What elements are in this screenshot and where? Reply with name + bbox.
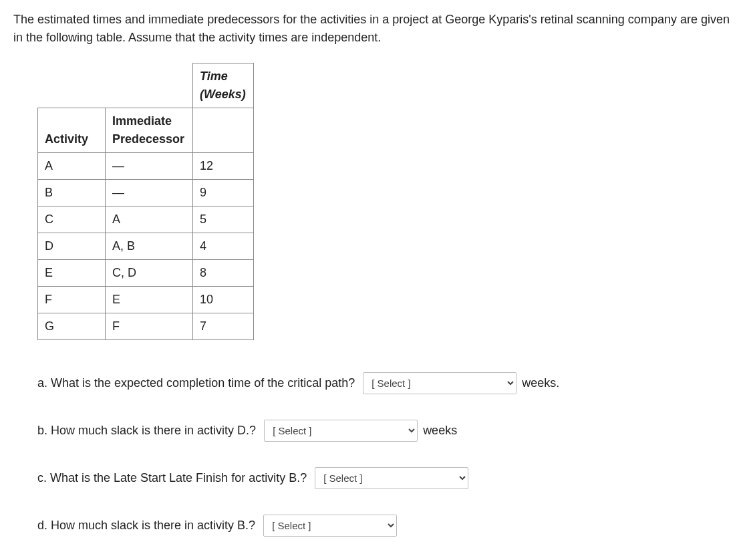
question-c: c. What is the Late Start Late Finish fo… [37, 467, 732, 489]
cell-activity: G [38, 313, 106, 340]
cell-time: 12 [193, 153, 254, 180]
cell-time: 5 [193, 206, 254, 233]
table-row: B — 9 [38, 180, 254, 206]
cell-time: 8 [193, 260, 254, 287]
question-text: a. What is the expected completion time … [37, 374, 355, 392]
activity-table: Time (Weeks) Activity Immediate Predeces… [37, 63, 254, 340]
cell-activity: A [38, 153, 106, 180]
select-d[interactable]: [ Select ] [263, 515, 397, 537]
cell-predecessor: A [106, 206, 193, 233]
suffix-text: weeks. [522, 374, 559, 392]
table-row: G F 7 [38, 313, 254, 340]
question-d: d. How much slack is there in activity B… [37, 515, 732, 537]
cell-time: 7 [193, 313, 254, 340]
cell-activity: D [38, 233, 106, 260]
cell-activity: B [38, 180, 106, 206]
table-row: A — 12 [38, 153, 254, 180]
table-row: D A, B 4 [38, 233, 254, 260]
question-text: d. How much slack is there in activity B… [37, 517, 255, 535]
header-time: Time (Weeks) [193, 63, 254, 108]
question-text: b. How much slack is there in activity D… [37, 422, 256, 440]
question-b: b. How much slack is there in activity D… [37, 420, 732, 442]
cell-time: 9 [193, 180, 254, 206]
header-predecessor: Immediate Predecessor [106, 108, 193, 153]
question-a: a. What is the expected completion time … [37, 372, 732, 394]
cell-predecessor: C, D [106, 260, 193, 287]
intro-text: The estimated times and immediate predec… [13, 11, 732, 47]
cell-activity: C [38, 206, 106, 233]
header-activity: Activity [38, 108, 106, 153]
cell-activity: E [38, 260, 106, 287]
table-row: F E 10 [38, 287, 254, 313]
table-row: E C, D 8 [38, 260, 254, 287]
cell-predecessor: — [106, 153, 193, 180]
select-c[interactable]: [ Select ] [315, 467, 468, 489]
question-text: c. What is the Late Start Late Finish fo… [37, 469, 307, 487]
cell-activity: F [38, 287, 106, 313]
cell-predecessor: A, B [106, 233, 193, 260]
cell-time: 10 [193, 287, 254, 313]
suffix-text: weeks [423, 422, 457, 440]
cell-predecessor: E [106, 287, 193, 313]
select-b[interactable]: [ Select ] [264, 420, 418, 442]
cell-time: 4 [193, 233, 254, 260]
cell-predecessor: F [106, 313, 193, 340]
select-a[interactable]: [ Select ] [363, 372, 516, 394]
cell-predecessor: — [106, 180, 193, 206]
table-row: C A 5 [38, 206, 254, 233]
